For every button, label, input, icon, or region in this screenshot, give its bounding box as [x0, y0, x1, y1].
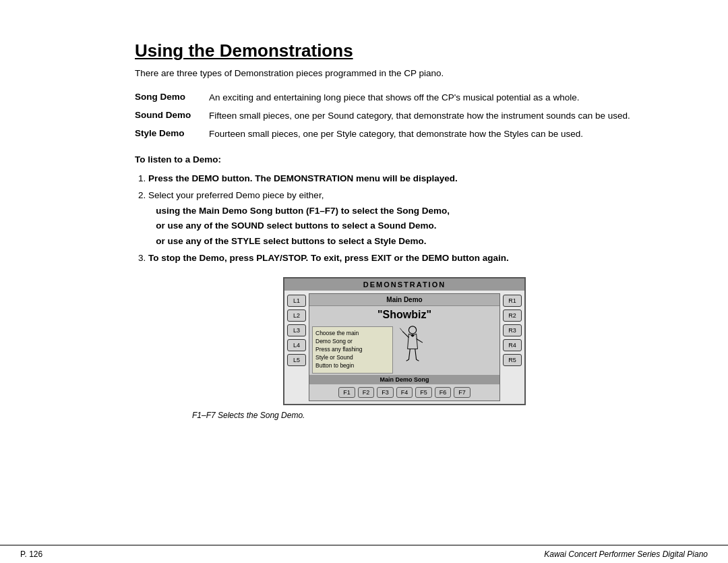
- diagram-caption: F1–F7 Selects the Song Demo.: [192, 411, 674, 420]
- step-2-intro: Select your preferred Demo piece by eith…: [148, 190, 324, 200]
- side-buttons-right: R1 R2 R3 R4 R5: [503, 293, 522, 401]
- step-3-text: To stop the Demo, press PLAY/STOP. To ex…: [148, 253, 509, 263]
- svg-line-7: [416, 359, 419, 361]
- btn-f2[interactable]: F2: [358, 387, 375, 398]
- svg-line-1: [402, 331, 408, 337]
- conductor-svg: [398, 325, 428, 372]
- instr-line5: Button to begin: [315, 362, 390, 370]
- svg-point-0: [408, 326, 416, 334]
- main-content: Using the Demonstrations There are three…: [0, 0, 728, 545]
- page-footer: P. 126 Kawai Concert Performer Series Di…: [0, 545, 728, 563]
- demo-row-song: Song Demo An exciting and entertaining l…: [135, 92, 674, 105]
- diagram-title-bar: DEMONSTRATION: [284, 278, 524, 291]
- listen-heading: To listen to a Demo:: [135, 154, 674, 165]
- f-buttons-row: F1 F2 F3 F4 F5 F6 F7: [309, 384, 499, 401]
- instr-line2: Demo Song or: [315, 338, 390, 346]
- svg-line-5: [415, 349, 416, 359]
- footer-brand: Kawai Concert Performer Series Digital P…: [544, 550, 708, 559]
- btn-f1[interactable]: F1: [338, 387, 355, 398]
- demo-label-style: Style Demo: [135, 128, 209, 138]
- btn-f7[interactable]: F7: [454, 387, 471, 398]
- btn-r2[interactable]: R2: [503, 309, 522, 322]
- display-header: Main Demo: [309, 294, 499, 306]
- step-2-line2: or use any of the SOUND select buttons t…: [148, 220, 437, 231]
- step-2-line3: or use any of the STYLE select buttons t…: [148, 236, 427, 246]
- btn-l4[interactable]: L4: [287, 339, 306, 351]
- step-3: To stop the Demo, press PLAY/STOP. To ex…: [148, 251, 674, 266]
- demo-desc-song: An exciting and entertaining long piece …: [209, 92, 674, 105]
- step-1-text: Press the DEMO button. The DEMONSTRATION…: [148, 173, 458, 183]
- side-buttons-left: L1 L2 L3 L4 L5: [287, 293, 306, 401]
- btn-l2[interactable]: L2: [287, 309, 306, 322]
- demo-desc-style: Fourteen small pieces, one per Style cat…: [209, 128, 674, 141]
- showbiz-text: "Showbiz": [312, 309, 497, 321]
- instructions-box: Choose the main Demo Song or Press any f…: [312, 326, 393, 373]
- demo-label-sound: Sound Demo: [135, 110, 209, 120]
- main-demo-label: Main Demo: [386, 296, 422, 303]
- display-area: Main Demo "Showbiz" Choose the main Demo…: [309, 293, 500, 401]
- diagram-inner: L1 L2 L3 L4 L5 Main Demo "Showbiz": [284, 291, 524, 403]
- btn-f5[interactable]: F5: [415, 387, 432, 398]
- btn-l3[interactable]: L3: [287, 324, 306, 336]
- btn-f3[interactable]: F3: [377, 387, 394, 398]
- step-2: Select your preferred Demo piece by eith…: [148, 188, 674, 250]
- svg-line-2: [400, 328, 402, 332]
- piano-diagram: DEMONSTRATION L1 L2 L3 L4 L5 Main Demo: [283, 277, 526, 405]
- btn-l5[interactable]: L5: [287, 354, 306, 366]
- step-2-line1: using the Main Demo Song button (F1–F7) …: [148, 206, 450, 216]
- btn-r4[interactable]: R4: [503, 339, 522, 351]
- instr-line1: Choose the main: [315, 330, 390, 338]
- instr-line4: Style or Sound: [315, 354, 390, 362]
- demo-row-sound: Sound Demo Fifteen small pieces, one per…: [135, 110, 674, 123]
- instructions: Press the DEMO button. The DEMONSTRATION…: [135, 171, 674, 267]
- svg-line-4: [408, 349, 410, 359]
- demo-row-style: Style Demo Fourteen small pieces, one pe…: [135, 128, 674, 141]
- page-container: Using the Demonstrations There are three…: [0, 0, 728, 563]
- page-title: Using the Demonstrations: [135, 40, 674, 61]
- intro-text: There are three types of Demonstration p…: [135, 68, 674, 78]
- btn-f4[interactable]: F4: [396, 387, 413, 398]
- demo-desc-sound: Fifteen small pieces, one per Sound cate…: [209, 110, 674, 123]
- bottom-bar: Main Demo Song: [309, 375, 499, 384]
- svg-line-6: [406, 359, 408, 361]
- instr-line3: Press any flashing: [315, 346, 390, 354]
- footer-page-number: P. 126: [20, 550, 42, 559]
- demo-label-song: Song Demo: [135, 92, 209, 102]
- btn-r5[interactable]: R5: [503, 354, 522, 366]
- step-1: Press the DEMO button. The DEMONSTRATION…: [148, 171, 674, 187]
- btn-r3[interactable]: R3: [503, 324, 522, 336]
- btn-r1[interactable]: R1: [503, 295, 522, 307]
- demo-table: Song Demo An exciting and entertaining l…: [135, 92, 674, 141]
- conductor-figure: [396, 324, 429, 373]
- btn-f6[interactable]: F6: [435, 387, 452, 398]
- btn-l1[interactable]: L1: [287, 295, 306, 307]
